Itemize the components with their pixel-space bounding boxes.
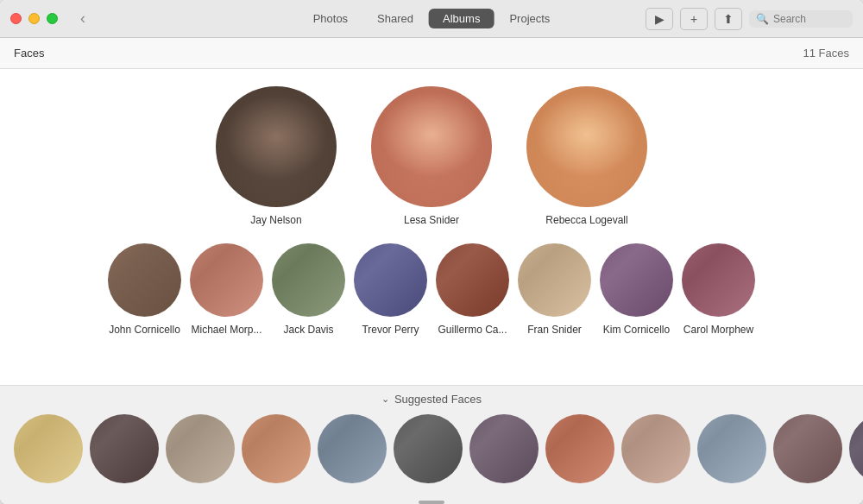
add-icon: + (690, 12, 697, 26)
faces-label: Faces (14, 47, 44, 60)
face-item-jay-nelson[interactable]: Jay Nelson (216, 86, 337, 226)
nav-tabs: Photos Shared Albums Projects (299, 9, 564, 28)
search-box[interactable]: 🔍 (749, 10, 853, 28)
share-icon: ⬆ (723, 12, 734, 26)
suggested-face-5[interactable] (318, 414, 387, 483)
suggested-face-9[interactable] (621, 414, 690, 483)
small-faces-row: John Cornicello Michael Morp... Jack Dav… (108, 243, 755, 336)
face-avatar-guillermo-ca (436, 243, 509, 317)
face-item-jack-davis[interactable]: Jack Davis (272, 243, 345, 336)
suggested-face-11[interactable] (773, 414, 842, 483)
suggested-face-2[interactable] (90, 414, 159, 483)
large-faces-row: Jay Nelson Lesa Snider Rebecca Logevall (216, 86, 647, 226)
suggested-face-8[interactable] (545, 414, 614, 483)
maximize-button[interactable] (47, 13, 58, 24)
suggested-face-3[interactable] (166, 414, 235, 483)
face-avatar-michael-morp (190, 243, 263, 317)
main-content: Jay Nelson Lesa Snider Rebecca Logevall … (0, 69, 863, 504)
face-name-jack-davis: Jack Davis (283, 324, 333, 336)
face-avatar-rebecca-logevall (526, 86, 647, 207)
face-avatar-jack-davis (272, 243, 345, 317)
content-bar: Faces 11 Faces (0, 38, 863, 69)
suggested-section: ⌄ Suggested Faces (0, 385, 863, 504)
scrollbar-indicator (419, 501, 444, 504)
suggested-face-12[interactable] (849, 414, 863, 483)
face-avatar-lesa-snider (371, 86, 492, 207)
close-button[interactable] (10, 13, 22, 24)
face-name-trevor-perry: Trevor Perry (362, 324, 419, 336)
tab-projects[interactable]: Projects (495, 9, 564, 28)
suggested-header[interactable]: ⌄ Suggested Faces (0, 386, 863, 411)
face-avatar-carol-morphew (682, 243, 755, 317)
face-name-guillermo-ca: Guillermo Ca... (438, 324, 507, 336)
minimize-button[interactable] (28, 13, 40, 24)
face-name-lesa-snider: Lesa Snider (404, 214, 459, 226)
faces-count: 11 Faces (803, 47, 849, 60)
face-name-michael-morp: Michael Morp... (191, 324, 261, 336)
face-item-fran-snider[interactable]: Fran Snider (518, 243, 591, 336)
suggested-faces-row (0, 411, 863, 497)
tab-photos[interactable]: Photos (299, 9, 362, 28)
face-avatar-kim-cornicello (600, 243, 673, 317)
face-avatar-trevor-perry (354, 243, 427, 317)
face-item-michael-morp[interactable]: Michael Morp... (190, 243, 263, 336)
title-bar: ‹ Photos Shared Albums Projects ▶ + ⬆ 🔍 (0, 0, 863, 38)
traffic-lights (10, 13, 58, 24)
face-name-john-cornicello: John Cornicello (109, 324, 180, 336)
chevron-icon: ⌄ (381, 394, 389, 405)
suggested-face-7[interactable] (469, 414, 539, 483)
add-button[interactable]: + (680, 8, 708, 30)
app-window: ‹ Photos Shared Albums Projects ▶ + ⬆ 🔍 … (0, 0, 863, 504)
face-name-jay-nelson: Jay Nelson (250, 214, 301, 226)
face-avatar-fran-snider (518, 243, 591, 317)
play-icon: ▶ (655, 12, 665, 26)
face-item-rebecca-logevall[interactable]: Rebecca Logevall (526, 86, 647, 226)
face-item-lesa-snider[interactable]: Lesa Snider (371, 86, 492, 226)
face-name-carol-morphew: Carol Morphew (683, 324, 753, 336)
back-button[interactable]: ‹ (72, 8, 94, 30)
face-item-carol-morphew[interactable]: Carol Morphew (682, 243, 755, 336)
face-item-guillermo-ca[interactable]: Guillermo Ca... (436, 243, 509, 336)
suggested-face-10[interactable] (697, 414, 766, 483)
face-name-fran-snider: Fran Snider (527, 324, 582, 336)
tab-shared[interactable]: Shared (363, 9, 427, 28)
face-avatar-john-cornicello (108, 243, 181, 317)
face-item-john-cornicello[interactable]: John Cornicello (108, 243, 181, 336)
face-avatar-jay-nelson (216, 86, 337, 207)
suggested-face-1[interactable] (14, 414, 83, 483)
suggested-face-4[interactable] (242, 414, 311, 483)
suggested-label: Suggested Faces (394, 393, 482, 406)
face-item-kim-cornicello[interactable]: Kim Cornicello (600, 243, 673, 336)
tab-albums[interactable]: Albums (429, 9, 494, 28)
face-name-rebecca-logevall: Rebecca Logevall (545, 214, 627, 226)
share-button[interactable]: ⬆ (715, 8, 742, 30)
face-name-kim-cornicello: Kim Cornicello (603, 324, 670, 336)
search-input[interactable] (773, 13, 842, 25)
face-item-trevor-perry[interactable]: Trevor Perry (354, 243, 427, 336)
faces-area: Jay Nelson Lesa Snider Rebecca Logevall … (0, 69, 863, 385)
suggested-face-6[interactable] (394, 414, 463, 483)
toolbar-right: ▶ + ⬆ 🔍 (646, 8, 853, 30)
search-icon: 🔍 (756, 13, 769, 25)
play-button[interactable]: ▶ (646, 8, 673, 30)
